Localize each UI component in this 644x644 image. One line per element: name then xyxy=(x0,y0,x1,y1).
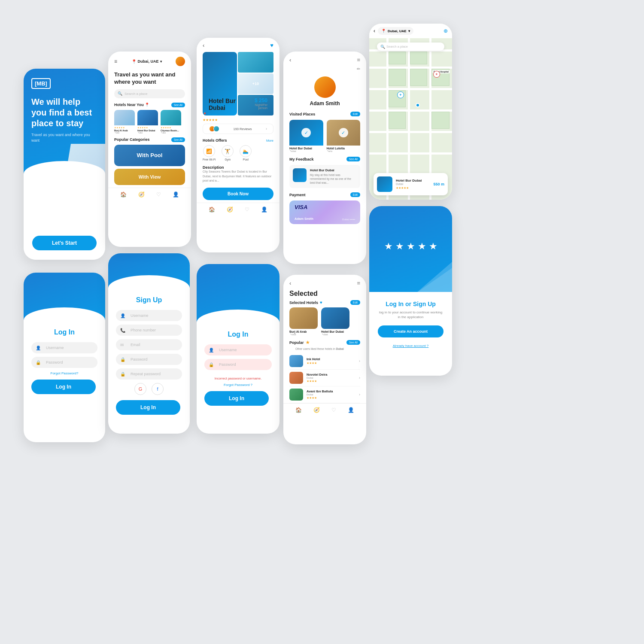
login-username-field[interactable]: 👤 Username xyxy=(204,344,272,355)
heart-icon: ♥ xyxy=(320,300,322,305)
categories-see-all-button[interactable]: See All xyxy=(171,137,185,142)
email-icon: ✉ xyxy=(120,343,124,347)
selected-hotels-row: Burj Al Arab Dubai Hotel Bur Dubai Dubai xyxy=(283,307,366,340)
home-nav-icon[interactable]: 🏠 xyxy=(295,407,302,413)
signup-phone-field[interactable]: 📞 Phone number xyxy=(116,325,182,336)
home-search-bar[interactable]: 🔍 Search a place xyxy=(114,89,185,98)
selected-edit-button[interactable]: Edit xyxy=(350,300,360,305)
back-button[interactable]: ‹ xyxy=(289,280,291,286)
profile-avatar xyxy=(314,76,336,98)
payment-edit-button[interactable]: Edit xyxy=(350,192,360,197)
home-nav-icon[interactable]: 🏠 xyxy=(120,191,127,197)
signup-username-field[interactable]: 👤 Username xyxy=(116,310,182,321)
back-button[interactable]: ‹ xyxy=(203,42,204,49)
chevron-right-icon: › xyxy=(359,392,360,397)
popup-stars: ★ ★ ★ ★ ★ xyxy=(396,186,422,190)
google-login-button[interactable]: G xyxy=(134,383,146,395)
hotel-offers-section: Hotels Offers More 📶 Free Wi-Fi 🏋 Gym 🏊 … xyxy=(197,137,279,163)
star-icon: ★ xyxy=(314,380,317,383)
already-have-account-link[interactable]: Already have account ? xyxy=(393,344,429,348)
popular-hotel-item-2[interactable]: Avani Ibn Battuta Dubai ★ ★ ★ ★ › xyxy=(289,386,360,403)
location-selector[interactable]: 📍 Dubai, UAE ▾ xyxy=(131,59,162,64)
search-icon: 🔍 xyxy=(118,91,122,96)
star-icon: ★ xyxy=(384,241,393,252)
more-options-icon[interactable]: ≡ xyxy=(357,57,360,63)
hotel-card-0[interactable]: ★ ★ ★ ★ ★ Burj Al Arab Dubai xyxy=(114,110,135,134)
card-number: Dubai •••••• xyxy=(342,218,355,221)
payment-title: Payment xyxy=(289,193,306,197)
heart-nav-icon[interactable]: ♡ xyxy=(156,191,161,197)
facebook-login-button[interactable]: f xyxy=(152,383,164,395)
star-icon: ★ xyxy=(203,118,206,122)
hotel-marker[interactable]: + xyxy=(397,91,404,98)
forgot-password-link[interactable]: Forgot Password ? xyxy=(204,383,272,387)
signup-password-field[interactable]: 🔒 Password xyxy=(116,354,182,365)
menu-icon[interactable]: ≡ xyxy=(114,58,117,64)
photo-count-tile[interactable]: +10 xyxy=(238,73,273,94)
signup-repeat-password-field[interactable]: 🔒 Repeat password xyxy=(116,368,182,380)
hotel-card-1[interactable]: ★ ★ ★ ★ ★ Hotel Bur Dubai Dubai xyxy=(137,110,158,134)
heart-nav-icon[interactable]: ♡ xyxy=(331,407,336,413)
login-submit-button[interactable]: Log In xyxy=(204,391,269,406)
selected-hotel-card-1[interactable]: Hotel Bur Dubai Dubai xyxy=(321,307,349,336)
signup-submit-button[interactable]: Log In xyxy=(116,400,180,415)
hotels-see-all-button[interactable]: See All xyxy=(171,103,185,107)
with-view-category[interactable]: With View xyxy=(114,169,185,185)
forgot-password-link[interactable]: Forgot Password? xyxy=(31,371,97,375)
edit-icon[interactable]: ✏ xyxy=(357,67,360,71)
star-icon: ★ xyxy=(306,340,310,345)
book-now-button[interactable]: Book Now xyxy=(203,188,273,200)
visited-card-1[interactable]: ✓ Hotel Lutetia Paris xyxy=(327,120,361,152)
map-search-bar[interactable]: 🔍 Search a place xyxy=(377,43,444,51)
compass-icon[interactable]: ⊕ xyxy=(444,28,448,34)
visited-edit-button[interactable]: Edit xyxy=(350,112,360,116)
bottom-navigation: 🏠 🧭 ♡ 👤 xyxy=(197,203,279,214)
map-block xyxy=(389,112,406,129)
star-icon: ★ xyxy=(116,126,118,129)
chevron-right-icon: › xyxy=(359,376,360,380)
star-icon: ★ xyxy=(314,361,317,365)
login-button[interactable]: Log In xyxy=(31,380,96,394)
with-pool-category[interactable]: With Pool xyxy=(114,145,185,166)
visited-places-row: ✓ Hotel Bur Dubai Dubai ✓ Hotel Lutetia … xyxy=(289,120,360,152)
profile-nav-icon[interactable]: 👤 xyxy=(173,191,179,197)
hotel-card-2[interactable]: ★ ★ ★ ★ ★ Citymax Busin... Dubai xyxy=(161,110,181,134)
profile-nav-icon[interactable]: 👤 xyxy=(348,407,354,413)
favorite-button[interactable]: ♥ xyxy=(270,42,273,49)
feedback-see-all-button[interactable]: See All xyxy=(346,157,360,161)
popular-hotel-item-1[interactable]: Novotel Deira Dubai ★ ★ ★ ★ › xyxy=(289,370,360,386)
popular-subtitle: Other users liked these hotels in Dubai xyxy=(289,347,360,350)
lets-start-button[interactable]: Let's Start xyxy=(32,236,97,250)
signup-email-field[interactable]: ✉ Email xyxy=(116,339,182,350)
popular-see-all-button[interactable]: See All xyxy=(346,340,360,345)
back-button[interactable]: ‹ xyxy=(374,28,375,34)
more-options-icon[interactable]: ≡ xyxy=(357,280,360,286)
hotel-popup[interactable]: Hotel Bur Dubai Dubai ★ ★ ★ ★ ★ 550 m xyxy=(374,173,448,195)
compass-nav-icon[interactable]: 🧭 xyxy=(227,207,233,213)
offers-more-link[interactable]: More xyxy=(266,139,273,143)
home-nav-icon[interactable]: 🏠 xyxy=(209,207,215,213)
visited-card-0[interactable]: ✓ Hotel Bur Dubai Dubai xyxy=(289,120,323,152)
star-icon: ★ xyxy=(137,126,139,129)
star-icon: ★ xyxy=(140,126,141,129)
photo-1[interactable] xyxy=(238,52,273,73)
selected-hotel-card-0[interactable]: Burj Al Arab Dubai xyxy=(289,307,318,336)
wifi-label: Free Wi-Fi xyxy=(203,158,216,161)
popular-hotel-item-0[interactable]: Ink Hotel ★ ★ ★ ★ › xyxy=(289,353,360,370)
back-button[interactable]: ‹ xyxy=(289,57,291,63)
heart-nav-icon[interactable]: ♡ xyxy=(245,207,249,213)
hotel-stars-2: ★ ★ ★ ★ ★ xyxy=(161,126,181,129)
username-field[interactable]: 👤 Username xyxy=(31,342,97,353)
star-icon: ★ xyxy=(395,241,404,252)
feedback-section: My Feedback See All Hotel Bur Dubai My s… xyxy=(283,157,366,192)
avatar[interactable] xyxy=(176,57,185,66)
compass-nav-icon[interactable]: 🧭 xyxy=(313,407,320,413)
search-icon: 🔍 xyxy=(380,45,385,49)
profile-nav-icon[interactable]: 👤 xyxy=(261,207,267,213)
login-password-field[interactable]: 🔒 Password xyxy=(204,359,272,370)
reviews-row[interactable]: 193 Reviews › xyxy=(203,124,273,134)
password-field[interactable]: 🔒 Password xyxy=(31,357,97,368)
map-location-selector[interactable]: 📍 Dubai, UAE ▾ xyxy=(378,27,413,35)
compass-nav-icon[interactable]: 🧭 xyxy=(138,191,145,197)
create-account-button[interactable]: Create An account xyxy=(378,325,444,337)
